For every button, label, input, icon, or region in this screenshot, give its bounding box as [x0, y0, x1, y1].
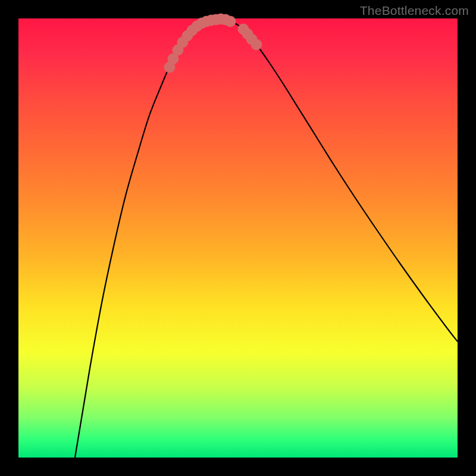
curve-markers — [164, 14, 262, 73]
watermark-text: TheBottleneck.com — [360, 4, 469, 18]
bottleneck-curve — [75, 19, 458, 458]
chart-svg — [18, 18, 458, 458]
curve-marker — [251, 39, 262, 50]
chart-stage: TheBottleneck.com — [0, 0, 476, 476]
plot-area — [18, 18, 458, 458]
curve-marker — [225, 16, 236, 27]
